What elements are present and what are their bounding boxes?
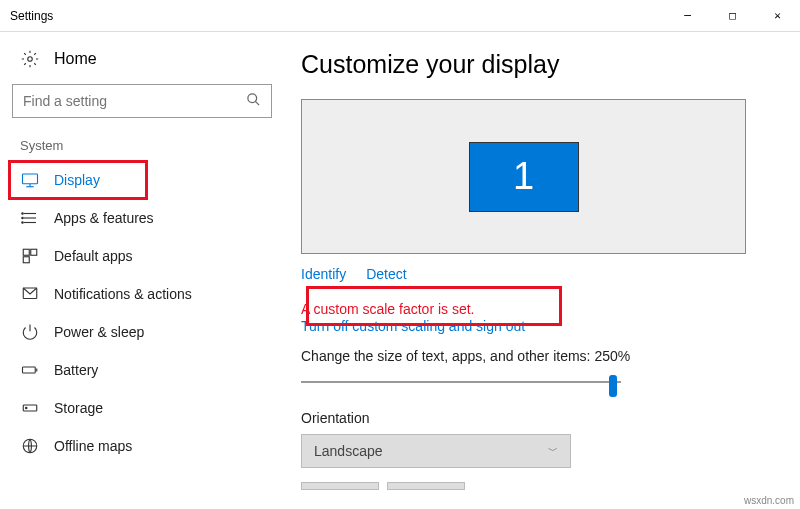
sidebar-item-label: Storage xyxy=(54,400,103,416)
svg-point-0 xyxy=(28,57,33,62)
text-size-slider[interactable] xyxy=(301,372,621,392)
custom-scale-warning: A custom scale factor is set. xyxy=(301,300,770,318)
sidebar-item-battery[interactable]: Battery xyxy=(12,351,295,389)
maximize-button[interactable]: □ xyxy=(710,0,755,31)
chevron-down-icon: ﹀ xyxy=(548,444,558,458)
sidebar-item-offline-maps[interactable]: Offline maps xyxy=(12,427,295,465)
svg-rect-12 xyxy=(23,249,29,255)
svg-point-10 xyxy=(22,217,24,219)
notifications-icon xyxy=(20,285,40,303)
sidebar-item-default-apps[interactable]: Default apps xyxy=(12,237,295,275)
sidebar-item-notifications[interactable]: Notifications & actions xyxy=(12,275,295,313)
default-apps-icon xyxy=(20,247,40,265)
monitor-preview-area[interactable]: 1 xyxy=(301,99,746,254)
search-input[interactable] xyxy=(23,93,246,109)
cancel-button[interactable] xyxy=(387,482,465,490)
sidebar-item-display[interactable]: Display xyxy=(12,161,295,199)
search-icon xyxy=(246,92,261,110)
slider-track xyxy=(301,381,621,383)
battery-icon xyxy=(20,361,40,379)
home-nav[interactable]: Home xyxy=(12,44,295,74)
power-icon xyxy=(20,323,40,341)
orientation-value: Landscape xyxy=(314,443,383,459)
list-icon xyxy=(20,209,40,227)
text-size-label: Change the size of text, apps, and other… xyxy=(301,348,770,364)
watermark: wsxdn.com xyxy=(744,495,794,506)
display-icon xyxy=(20,171,40,189)
sidebar-item-label: Power & sleep xyxy=(54,324,144,340)
orientation-dropdown[interactable]: Landscape ﹀ xyxy=(301,434,571,468)
sidebar-item-power-sleep[interactable]: Power & sleep xyxy=(12,313,295,351)
sidebar-item-label: Display xyxy=(54,172,100,188)
svg-rect-17 xyxy=(23,367,36,373)
sidebar-item-label: Default apps xyxy=(54,248,133,264)
svg-point-20 xyxy=(26,407,28,409)
identify-link[interactable]: Identify xyxy=(301,266,346,282)
orientation-label: Orientation xyxy=(301,410,770,426)
window-title: Settings xyxy=(10,9,665,23)
svg-point-11 xyxy=(22,222,24,224)
svg-rect-3 xyxy=(23,174,38,184)
sidebar-item-label: Offline maps xyxy=(54,438,132,454)
maps-icon xyxy=(20,437,40,455)
svg-line-2 xyxy=(255,101,259,105)
storage-icon xyxy=(20,399,40,417)
slider-thumb[interactable] xyxy=(609,375,617,397)
sidebar-item-label: Battery xyxy=(54,362,98,378)
svg-rect-13 xyxy=(31,249,37,255)
search-box[interactable] xyxy=(12,84,272,118)
monitor-1[interactable]: 1 xyxy=(469,142,579,212)
sidebar-item-label: Apps & features xyxy=(54,210,154,226)
home-label: Home xyxy=(54,50,97,68)
gear-icon xyxy=(20,50,40,68)
svg-rect-14 xyxy=(23,257,29,263)
sidebar-item-label: Notifications & actions xyxy=(54,286,192,302)
minimize-button[interactable]: ─ xyxy=(665,0,710,31)
section-system-label: System xyxy=(12,134,295,161)
svg-point-9 xyxy=(22,213,24,215)
close-button[interactable]: ✕ xyxy=(755,0,800,31)
detect-link[interactable]: Detect xyxy=(366,266,406,282)
monitor-number: 1 xyxy=(513,155,534,198)
sidebar-item-storage[interactable]: Storage xyxy=(12,389,295,427)
apply-button[interactable] xyxy=(301,482,379,490)
page-title: Customize your display xyxy=(301,50,770,79)
svg-point-1 xyxy=(248,94,257,103)
sidebar-item-apps-features[interactable]: Apps & features xyxy=(12,199,295,237)
turn-off-custom-scaling-link[interactable]: Turn off custom scaling and sign out xyxy=(301,318,770,334)
